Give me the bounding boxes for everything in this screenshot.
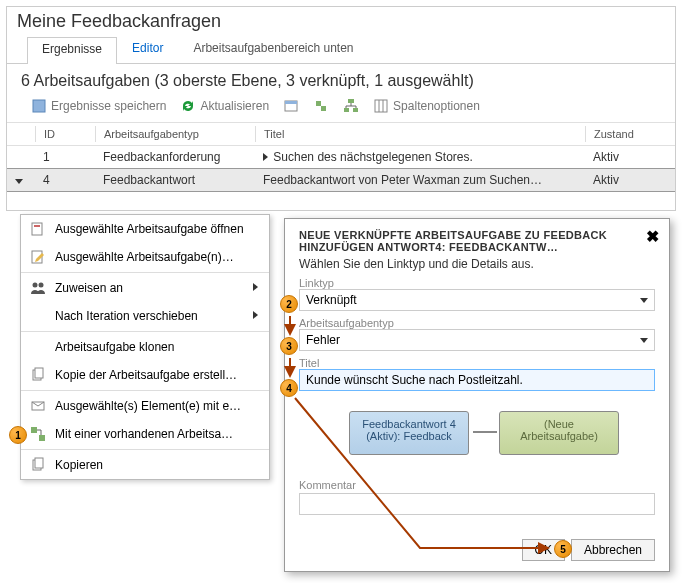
people-icon — [29, 280, 47, 296]
diagram-source-node: Feedbackantwort 4 (Aktiv): Feedback — [349, 411, 469, 455]
witype-select[interactable]: Fehler — [299, 329, 655, 351]
dialog-buttons: OK Abbrechen — [522, 539, 655, 561]
results-panel: Meine Feedbackanfragen Ergebnisse Editor… — [6, 6, 676, 211]
chevron-down-icon — [640, 338, 648, 343]
svg-rect-19 — [31, 427, 37, 433]
step-badge-1: 1 — [9, 426, 27, 444]
menu-copywi[interactable]: Kopie der Arbeitsaufgabe erstell… — [21, 361, 269, 389]
edit-icon — [29, 249, 47, 265]
svg-rect-0 — [33, 100, 45, 112]
columns-label: Spaltenoptionen — [393, 99, 480, 113]
tree-icon[interactable] — [343, 98, 359, 114]
col-type[interactable]: Arbeitsaufgabentyp — [95, 126, 255, 142]
dialog-subtitle: Wählen Sie den Linktyp und die Details a… — [299, 257, 655, 271]
close-icon[interactable]: ✖ — [646, 227, 659, 246]
submenu-arrow-icon — [251, 281, 261, 295]
link-diagram: Feedbackantwort 4 (Aktiv): Feedback (Neu… — [299, 403, 655, 473]
cell-id: 4 — [35, 171, 95, 189]
table-row[interactable]: 4 Feedbackantwort Feedbackantwort von Pe… — [7, 168, 675, 192]
refresh-arrows-icon — [180, 98, 196, 114]
copy-wi-icon — [29, 367, 47, 383]
link-icon[interactable] — [313, 98, 329, 114]
col-title[interactable]: Titel — [255, 126, 585, 142]
svg-rect-5 — [348, 99, 354, 103]
columns-icon — [373, 98, 389, 114]
cell-type: Feedbackantwort — [95, 171, 255, 189]
tab-results[interactable]: Ergebnisse — [27, 37, 117, 64]
menu-open[interactable]: Ausgewählte Arbeitsaufgabe öffnen — [21, 215, 269, 243]
email-icon — [29, 398, 47, 414]
copy-icon — [29, 457, 47, 473]
open-wi-icon — [29, 221, 47, 237]
linktype-label: Linktyp — [299, 277, 655, 289]
menu-link-existing[interactable]: Mit einer vorhandenen Arbeitsa… — [21, 420, 269, 448]
step-badge-5: 5 — [554, 540, 572, 558]
cancel-button[interactable]: Abbrechen — [571, 539, 655, 561]
menu-assign[interactable]: Zuweisen an — [21, 274, 269, 302]
step-badge-2: 2 — [280, 295, 298, 313]
link-existing-icon — [29, 426, 47, 442]
witype-label: Arbeitsaufgabentyp — [299, 317, 655, 329]
grid-header: ID Arbeitsaufgabentyp Titel Zustand — [7, 122, 675, 146]
results-subtitle: 6 Arbeitsaufgaben (3 oberste Ebene, 3 ve… — [7, 64, 675, 98]
tab-editor[interactable]: Editor — [117, 36, 178, 63]
svg-rect-17 — [35, 368, 43, 378]
title-input[interactable]: Kunde wünscht Suche nach Postleitzahl. — [299, 369, 655, 391]
cell-type: Feedbackanforderung — [95, 148, 255, 166]
step-badge-4: 4 — [280, 379, 298, 397]
toolbar: Ergebnisse speichern Aktualisieren Spalt… — [7, 98, 675, 122]
panel-title: Meine Feedbackanfragen — [7, 7, 675, 36]
tab-bar: Ergebnisse Editor Arbeitsaufgabenbereich… — [7, 36, 675, 64]
svg-rect-6 — [344, 108, 349, 112]
svg-rect-12 — [34, 225, 40, 227]
linktype-select[interactable]: Verknüpft — [299, 289, 655, 311]
svg-rect-4 — [321, 106, 326, 111]
menu-move[interactable]: Nach Iteration verschieben — [21, 302, 269, 330]
new-linked-workitem-dialog: ✖ NEUE VERKNÜPFTE ARBEITSAUFGABE ZU FEED… — [284, 218, 670, 572]
refresh-button[interactable]: Aktualisieren — [180, 98, 269, 114]
chevron-down-icon — [640, 298, 648, 303]
save-icon — [31, 98, 47, 114]
svg-rect-22 — [35, 458, 43, 468]
diagram-target-node: (Neue Arbeitsaufgabe) — [499, 411, 619, 455]
cell-state: Aktiv — [585, 171, 675, 189]
col-state[interactable]: Zustand — [585, 126, 675, 142]
submenu-arrow-icon — [251, 309, 261, 323]
dialog-title: NEUE VERKNÜPFTE ARBEITSAUFGABE ZU FEEDBA… — [299, 229, 655, 253]
cell-title: Feedbackantwort von Peter Waxman zum Suc… — [255, 171, 585, 189]
svg-rect-8 — [375, 100, 387, 112]
context-menu: Ausgewählte Arbeitsaufgabe öffnen Ausgew… — [20, 214, 270, 480]
menu-copy[interactable]: Kopieren — [21, 451, 269, 479]
expand-icon[interactable] — [263, 153, 268, 161]
svg-rect-11 — [32, 223, 42, 235]
step-badge-3: 3 — [280, 337, 298, 355]
save-results-button[interactable]: Ergebnisse speichern — [31, 98, 166, 114]
refresh-label: Aktualisieren — [200, 99, 269, 113]
tab-area[interactable]: Arbeitsaufgabenbereich unten — [178, 36, 368, 63]
row-menu-icon[interactable] — [15, 179, 23, 184]
comment-label: Kommentar — [299, 479, 655, 491]
svg-rect-20 — [39, 435, 45, 441]
save-results-label: Ergebnisse speichern — [51, 99, 166, 113]
title-label: Titel — [299, 357, 655, 369]
open-items-icon[interactable] — [283, 98, 299, 114]
cell-id: 1 — [35, 148, 95, 166]
menu-export[interactable]: Ausgewählte(s) Element(e) mit e… — [21, 392, 269, 420]
col-id[interactable]: ID — [35, 126, 95, 142]
column-options-button[interactable]: Spaltenoptionen — [373, 98, 480, 114]
diagram-connector — [473, 431, 497, 433]
svg-rect-2 — [285, 101, 297, 104]
svg-rect-3 — [316, 101, 321, 106]
menu-edit[interactable]: Ausgewählte Arbeitsaufgabe(n)… — [21, 243, 269, 271]
cell-title: Suchen des nächstgelegenen Stores. — [255, 148, 585, 166]
svg-point-14 — [33, 283, 38, 288]
cell-state: Aktiv — [585, 148, 675, 166]
table-row[interactable]: 1 Feedbackanforderung Suchen des nächstg… — [7, 146, 675, 168]
comment-input[interactable] — [299, 493, 655, 515]
menu-clone[interactable]: Arbeitsaufgabe klonen — [21, 333, 269, 361]
svg-rect-7 — [353, 108, 358, 112]
svg-point-15 — [39, 283, 44, 288]
